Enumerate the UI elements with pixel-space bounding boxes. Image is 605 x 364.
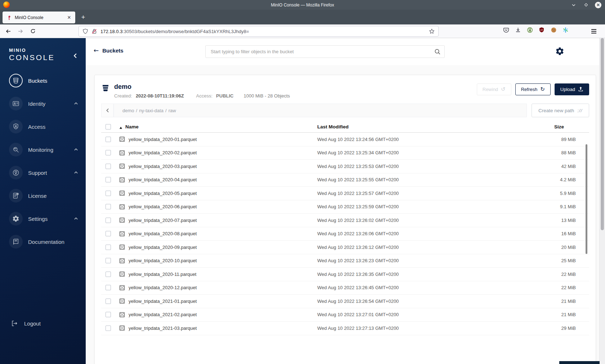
new-tab-button[interactable]: +	[79, 13, 88, 22]
forward-icon[interactable]	[15, 26, 26, 36]
object-name[interactable]: yellow_tripdata_2020-10.parquet	[129, 258, 197, 263]
chevron-up-icon[interactable]	[73, 216, 79, 221]
rewind-icon: ↺	[501, 87, 506, 92]
back-arrow-icon: ←	[94, 47, 99, 54]
table-row[interactable]: yellow_tripdata_2021-01.parquetWed Aug 1…	[101, 295, 589, 308]
breadcrumb-back-icon[interactable]	[102, 104, 114, 117]
insecure-lock-icon[interactable]	[91, 28, 97, 34]
window-maximize-icon[interactable]	[583, 2, 589, 8]
hamburger-menu-icon[interactable]	[589, 27, 599, 36]
tab-close-icon[interactable]: ✕	[66, 14, 72, 21]
sidebar-item-settings[interactable]: Settings	[9, 211, 81, 226]
bookmark-star-icon[interactable]	[429, 28, 435, 34]
table-row[interactable]: yellow_tripdata_2020-11.parquetWed Aug 1…	[101, 268, 589, 281]
sidebar-item-identity[interactable]: Identity	[9, 96, 81, 111]
table-row[interactable]: yellow_tripdata_2020-03.parquetWed Aug 1…	[101, 160, 589, 173]
chevron-up-icon[interactable]	[73, 170, 79, 175]
table-row[interactable]: yellow_tripdata_2020-09.parquetWed Aug 1…	[101, 241, 589, 254]
row-checkbox[interactable]	[106, 218, 111, 223]
object-name[interactable]: yellow_tripdata_2021-03.parquet	[129, 326, 197, 331]
table-row[interactable]: yellow_tripdata_2020-05.parquetWed Aug 1…	[101, 187, 589, 200]
page-scrollbar-thumb[interactable]	[601, 38, 604, 230]
object-name[interactable]: yellow_tripdata_2021-02.parquet	[129, 312, 197, 317]
row-checkbox[interactable]	[106, 231, 111, 236]
chevron-up-icon[interactable]	[73, 147, 79, 152]
back-icon[interactable]	[3, 26, 14, 36]
row-checkbox[interactable]	[106, 164, 111, 169]
object-name[interactable]: yellow_tripdata_2020-08.parquet	[129, 231, 197, 236]
privacy-badger-icon[interactable]	[526, 26, 533, 33]
upload-button[interactable]: Upload	[555, 83, 589, 95]
create-new-path-button[interactable]: Create new path ://	[532, 104, 589, 117]
object-name[interactable]: yellow_tripdata_2020-09.parquet	[129, 245, 197, 250]
row-checkbox[interactable]	[106, 299, 111, 304]
row-checkbox[interactable]	[106, 245, 111, 250]
object-name[interactable]: yellow_tripdata_2020-01.parquet	[129, 137, 197, 142]
object-name[interactable]: yellow_tripdata_2020-04.parquet	[129, 177, 197, 182]
row-checkbox[interactable]	[106, 204, 111, 209]
column-header-name[interactable]: Name	[119, 124, 317, 129]
object-name[interactable]: yellow_tripdata_2020-12.parquet	[129, 285, 197, 290]
table-row[interactable]: yellow_tripdata_2020-07.parquetWed Aug 1…	[101, 214, 589, 227]
back-to-buckets-button[interactable]: ← Buckets	[94, 47, 124, 54]
row-checkbox[interactable]	[106, 285, 111, 290]
pocket-icon[interactable]	[502, 26, 510, 33]
table-row[interactable]: yellow_tripdata_2020-10.parquetWed Aug 1…	[101, 254, 589, 268]
shield-icon[interactable]	[82, 28, 88, 34]
object-name[interactable]: yellow_tripdata_2021-01.parquet	[129, 299, 197, 304]
object-name[interactable]: yellow_tripdata_2020-02.parquet	[129, 150, 197, 155]
sidebar-item-access[interactable]: Access	[9, 119, 81, 134]
row-checkbox[interactable]	[106, 326, 111, 331]
row-checkbox[interactable]	[106, 177, 111, 182]
object-name[interactable]: yellow_tripdata_2020-06.parquet	[129, 204, 197, 209]
breadcrumb-segment[interactable]: demo	[122, 108, 134, 113]
object-size: 13 MiB	[530, 218, 589, 223]
table-row[interactable]: yellow_tripdata_2020-04.parquetWed Aug 1…	[101, 173, 589, 187]
select-all-checkbox[interactable]	[106, 124, 111, 129]
rewind-button[interactable]: Rewind ↺	[477, 83, 511, 95]
sidebar-item-logout[interactable]: Logout	[9, 317, 41, 330]
breadcrumb-segment[interactable]: ny-taxi-data	[139, 108, 163, 113]
object-modified: Wed Aug 10 2022 13:24:56 GMT+0200	[317, 137, 530, 142]
table-scrollbar[interactable]	[586, 144, 587, 254]
tab-minio-console[interactable]: MinIO Console ✕	[3, 12, 75, 23]
breadcrumb-segment[interactable]: raw	[169, 108, 176, 113]
row-checkbox[interactable]	[106, 312, 111, 317]
table-row[interactable]: yellow_tripdata_2021-02.parquetWed Aug 1…	[101, 308, 589, 322]
page-scrollbar[interactable]	[599, 38, 605, 364]
sidebar-collapse-icon[interactable]	[72, 53, 79, 59]
row-checkbox[interactable]	[106, 272, 111, 277]
object-name[interactable]: yellow_tripdata_2020-03.parquet	[129, 164, 197, 169]
row-checkbox[interactable]	[106, 137, 111, 142]
sidebar-item-buckets[interactable]: Buckets	[9, 73, 81, 88]
table-row[interactable]: yellow_tripdata_2021-03.parquetWed Aug 1…	[101, 322, 589, 335]
reload-icon[interactable]	[27, 26, 38, 36]
window-minimize-icon[interactable]	[570, 2, 577, 8]
ublock-origin-icon[interactable]: uO	[538, 26, 545, 33]
window-close-icon[interactable]: ✕	[595, 2, 601, 8]
settings-gear-icon[interactable]	[555, 46, 565, 56]
sidebar-item-support[interactable]: Support	[9, 165, 81, 180]
search-input[interactable]	[205, 45, 445, 58]
object-name[interactable]: yellow_tripdata_2020-07.parquet	[129, 218, 197, 223]
row-checkbox[interactable]	[106, 191, 111, 196]
refresh-button[interactable]: Refresh ↻	[515, 83, 551, 95]
table-row[interactable]: yellow_tripdata_2020-01.parquetWed Aug 1…	[101, 133, 589, 146]
table-row[interactable]: yellow_tripdata_2020-12.parquetWed Aug 1…	[101, 281, 589, 295]
sidebar-item-monitoring[interactable]: Monitoring	[9, 142, 81, 157]
object-name[interactable]: yellow_tripdata_2020-05.parquet	[129, 191, 197, 196]
cookie-icon[interactable]	[550, 26, 557, 33]
table-row[interactable]: yellow_tripdata_2020-08.parquetWed Aug 1…	[101, 227, 589, 241]
row-checkbox[interactable]	[106, 258, 111, 263]
asterisk-extension-icon[interactable]	[562, 26, 569, 33]
url-text[interactable]: 172.18.0.3:30503/buckets/demo/browse/bnk…	[100, 29, 426, 34]
row-checkbox[interactable]	[106, 150, 111, 155]
object-name[interactable]: yellow_tripdata_2020-11.parquet	[129, 272, 196, 277]
sidebar-item-documentation[interactable]: Documentation	[9, 235, 81, 249]
chevron-up-icon[interactable]	[73, 101, 79, 106]
downloads-icon[interactable]	[514, 26, 521, 33]
url-bar[interactable]: 172.18.0.3:30503/buckets/demo/browse/bnk…	[79, 26, 439, 37]
sidebar-item-license[interactable]: License	[9, 188, 81, 203]
table-row[interactable]: yellow_tripdata_2020-06.parquetWed Aug 1…	[101, 200, 589, 214]
table-row[interactable]: yellow_tripdata_2020-02.parquetWed Aug 1…	[101, 146, 589, 160]
